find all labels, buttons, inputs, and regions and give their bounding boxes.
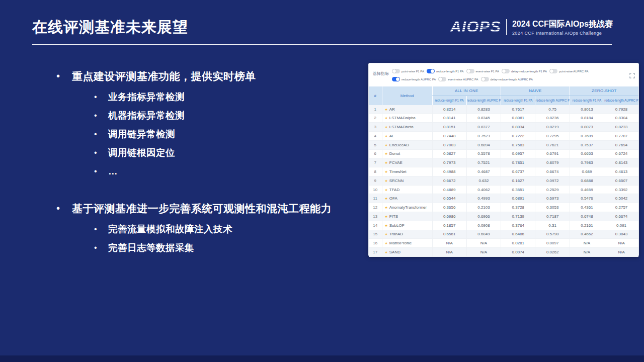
bullet-text: 基于评测基准进一步完善系统可观测性和混沌工程能力 xyxy=(72,202,332,215)
method-cell: ★FITS xyxy=(382,212,432,221)
bullet-section-1: •重点建设评测基准功能，提供实时榜单•业务指标异常检测•机器指标异常检测•调用链… xyxy=(53,69,370,176)
toggle-switch-icon[interactable] xyxy=(392,69,400,73)
table-row: 11★OFA0.65440.49930.68910.69730.54760.50… xyxy=(369,194,638,203)
rank-cell: 7 xyxy=(369,158,382,167)
value-cell: 0.7973 xyxy=(432,158,466,167)
rank-cell: 1 xyxy=(369,105,382,114)
method-name: TimesNet xyxy=(389,169,407,174)
bullet-subitem: •业务指标异常检测 xyxy=(94,92,370,102)
toggle-knob xyxy=(392,69,396,73)
toggle-point-wise-auprc-pa[interactable]: point-wise AUPRC PA xyxy=(549,69,589,73)
value-cell: 0.0281 xyxy=(501,239,535,248)
value-cell: 0.7689 xyxy=(570,131,604,140)
event-title-cn: 2024 CCF国际AIOps挑战赛 xyxy=(512,19,613,30)
value-cell: 0.8034 xyxy=(501,123,535,132)
value-cell: 0.7139 xyxy=(501,212,535,221)
toggle-event-wise-auprc-pa[interactable]: event-wise AUPRC PA xyxy=(438,77,478,81)
bullet-dot: • xyxy=(94,129,108,139)
value-cell: 0.8219 xyxy=(535,123,570,132)
value-cell: 0.8236 xyxy=(535,114,570,123)
value-cell: 0.7521 xyxy=(466,158,501,167)
toggle-label: point-wise F1 PA xyxy=(401,70,424,73)
metric-filter-bar: 选择指标 point-wise F1 PAreduce-length F1 PA… xyxy=(369,63,638,86)
value-cell: 0.8345 xyxy=(466,114,501,123)
toggle-reduce-length-auprc-pa[interactable]: reduce-length AUPRC PA xyxy=(392,77,436,81)
toggle-delay-reduce-length-auprc-pa[interactable]: delay-reduce-length AUPRC PA xyxy=(481,77,533,81)
toggle-switch-icon[interactable] xyxy=(481,77,489,81)
metric-header: reduce-length F1 PA xyxy=(432,96,466,105)
method-cell: ★FCVAE xyxy=(382,158,432,167)
filter-label: 选择指标 xyxy=(373,71,389,76)
toggle-delay-reduce-length-f1-pa[interactable]: delay-reduce-length F1 PA xyxy=(502,69,547,73)
table-row: 6★Donut0.58270.55780.69570.67910.66530.6… xyxy=(369,149,638,158)
title-divider xyxy=(32,44,612,45)
value-cell: 0.2161 xyxy=(570,221,604,230)
value-cell: 0.6486 xyxy=(501,230,535,239)
toggle-reduce-length-f1-pa[interactable]: reduce-length F1 PA xyxy=(427,69,464,73)
toggle-point-wise-f1-pa[interactable]: point-wise F1 PA xyxy=(392,69,424,73)
value-cell: 0.8214 xyxy=(432,105,466,114)
value-cell: 0.8283 xyxy=(466,105,501,114)
value-cell: 0.7694 xyxy=(604,140,638,149)
slide: 在线评测基准未来展望 AIOPS 2024 CCF国际AIOps挑战赛 2024… xyxy=(0,0,644,362)
toggle-switch-icon[interactable] xyxy=(392,77,400,81)
table-row: 12★AnomalyTransformer0.36560.21030.37280… xyxy=(369,203,638,212)
method-cell: ★SubLOF xyxy=(382,221,432,230)
value-cell: 0.7928 xyxy=(604,105,638,114)
value-cell: N/A xyxy=(466,239,501,248)
value-cell: 0.7983 xyxy=(570,158,604,167)
fullscreen-icon[interactable] xyxy=(629,73,635,78)
value-cell: 0.5578 xyxy=(466,149,501,158)
toggle-switch-icon[interactable] xyxy=(502,69,510,73)
value-cell: N/A xyxy=(432,248,466,257)
star-icon: ★ xyxy=(385,215,388,218)
value-cell: 0.8081 xyxy=(501,114,535,123)
leaderboard-table: #MethodALL IN ONENAIVEZERO-SHOTreduce-le… xyxy=(369,86,638,257)
rank-cell: 2 xyxy=(369,114,382,123)
value-cell: 0.6966 xyxy=(466,212,501,221)
table-row: 14★SubLOF0.18570.09080.37640.310.21610.0… xyxy=(369,221,638,230)
value-cell: 0.2757 xyxy=(604,203,638,212)
group-header: ZERO-SHOT xyxy=(570,86,638,96)
toggle-knob xyxy=(396,77,399,81)
star-icon: ★ xyxy=(385,134,388,138)
value-cell: 0.31 xyxy=(535,221,570,230)
toggle-switch-icon[interactable] xyxy=(466,69,474,73)
toggle-switch-icon[interactable] xyxy=(438,77,446,81)
toggle-switch-icon[interactable] xyxy=(427,69,435,73)
value-cell: 0.8013 xyxy=(570,105,604,114)
value-cell: 0.3392 xyxy=(604,185,638,194)
rank-cell: 4 xyxy=(369,131,382,140)
bullet-subitem: •机器指标异常检测 xyxy=(94,110,370,121)
toggle-knob xyxy=(439,77,442,81)
metric-header: reduce-length F1 PA xyxy=(570,96,604,105)
rank-cell: 12 xyxy=(369,203,382,212)
bullet-text: 机器指标异常检测 xyxy=(108,110,185,121)
method-name: FITS xyxy=(389,214,398,219)
bullet-text: 调用链根因定位 xyxy=(108,147,175,158)
value-cell: 0.689 xyxy=(570,167,604,176)
toggle-event-wise-f1-pa[interactable]: event-wise F1 PA xyxy=(466,69,500,73)
rank-cell: 13 xyxy=(369,212,382,221)
table-row: 8★TimesNet0.49880.46870.67370.66740.6890… xyxy=(369,167,638,176)
table-body: 1★AR0.82140.82830.76170.750.80130.79282★… xyxy=(369,105,638,257)
toggle-knob xyxy=(481,77,485,81)
toggle-switch-icon[interactable] xyxy=(549,69,557,73)
method-cell: ★AE xyxy=(382,131,432,140)
rank-cell: 5 xyxy=(369,140,382,149)
rank-cell: 10 xyxy=(369,185,382,194)
value-cell: 0.4662 xyxy=(570,230,604,239)
toggle-knob xyxy=(502,69,506,73)
star-icon: ★ xyxy=(385,232,388,236)
bullet-dot: • xyxy=(56,202,72,215)
table-row: 3★LSTMADbeta0.81510.83770.80340.82190.80… xyxy=(369,123,638,132)
value-cell: 0.632 xyxy=(466,176,501,185)
value-cell: 0.4988 xyxy=(432,167,466,176)
value-cell: 0.5476 xyxy=(570,194,604,203)
bullet-text: 调用链异常检测 xyxy=(108,129,175,139)
table-row: 4★AE0.74480.75230.72220.72950.76890.7787 xyxy=(369,131,638,140)
value-cell: 0.6049 xyxy=(466,230,501,239)
value-cell: 0.8073 xyxy=(570,123,604,132)
method-cell: ★SRCNN xyxy=(382,176,432,185)
rank-cell: 14 xyxy=(369,221,382,230)
